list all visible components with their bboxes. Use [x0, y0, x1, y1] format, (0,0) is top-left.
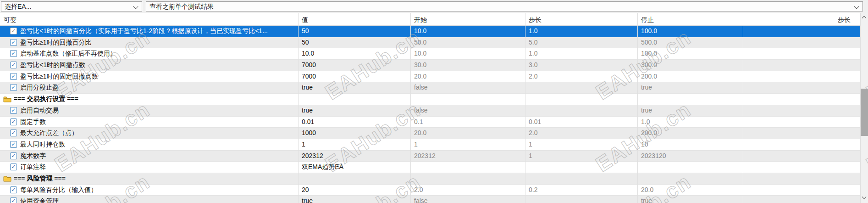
step-cell: 1	[529, 139, 532, 150]
row-checkbox[interactable]: ✓	[10, 28, 17, 34]
start-cell: 30.0	[414, 60, 426, 71]
start-cell: 0.1	[414, 117, 423, 128]
stop-cell: true	[641, 82, 652, 93]
step-cell: 1	[529, 151, 532, 162]
stop-cell: 500.0	[641, 37, 657, 48]
row-checkbox[interactable]: ✓	[10, 62, 17, 68]
start-cell: false	[414, 196, 428, 203]
row-checkbox[interactable]: ✓	[10, 130, 17, 136]
param-name: 盈亏比<1时的回撤点数	[20, 60, 85, 71]
param-name: 订单注释	[20, 162, 46, 173]
chevron-down-icon	[862, 195, 867, 199]
step-cell: 3.0	[529, 60, 537, 71]
table-row[interactable]: ✓最大允许点差（点）100020.02.0200.0	[0, 128, 861, 139]
column-header[interactable]: 开始	[414, 16, 427, 24]
row-checkbox[interactable]: ✓	[10, 118, 17, 125]
start-cell: 10.0	[414, 48, 426, 59]
stop-cell: true	[641, 196, 652, 203]
table-row[interactable]: ✓盈亏比<1时的回撤点数700030.03.0300.0	[0, 60, 861, 71]
start-cell: 10.0	[414, 26, 426, 37]
value-cell: 1000	[302, 128, 316, 139]
param-name: 魔术数字	[20, 151, 46, 162]
value-cell: true	[302, 196, 313, 203]
start-cell: 20.0	[414, 71, 426, 82]
view-previous-result-combobox[interactable]: 查看之前单个测试结果	[146, 1, 863, 11]
start-cell: 202312	[414, 151, 436, 162]
value-cell: 0.01	[302, 117, 314, 128]
row-checkbox[interactable]: ✓	[10, 186, 17, 193]
optimization-parameters-panel: 选择EA... 查看之前单个测试结果 可变值开始步长停止步长 ✓盈亏比<1时的回…	[0, 0, 868, 203]
row-checkbox[interactable]: ✓	[10, 107, 17, 114]
stop-cell: 100.0	[641, 26, 657, 37]
param-name: 最大同时持仓数	[20, 139, 65, 150]
stop-cell: 1.0	[641, 117, 650, 128]
start-cell: 50.0	[414, 37, 426, 48]
table-row[interactable]: ✓盈亏比≥1时的固定回撤点数700020.02.0200.0	[0, 71, 861, 83]
scroll-up-button[interactable]	[861, 14, 868, 22]
stop-cell: 200.0	[641, 71, 657, 82]
row-checkbox[interactable]: ✓	[10, 197, 17, 203]
table-row[interactable]: ✓启用自动交易truefalsetrue	[0, 105, 861, 117]
value-cell: 20	[302, 185, 309, 196]
scroll-down-button[interactable]	[861, 194, 868, 202]
step-cell: 1.0	[529, 48, 537, 59]
table-row[interactable]: ✓盈亏比≥1时的回撤百分比5050.05.0500.0	[0, 37, 861, 49]
start-cell: 1	[414, 139, 418, 150]
value-cell: true	[302, 82, 313, 93]
start-cell: 20.0	[414, 128, 426, 139]
vertical-scrollbar[interactable]	[861, 13, 868, 203]
column-header[interactable]: 可变	[4, 16, 17, 24]
table-row[interactable]: ✓启用分段止盈truefalsetrue	[0, 82, 861, 94]
stop-cell: 10	[641, 139, 648, 150]
table-row[interactable]: ✓盈亏比<1时的回撤百分比（实际用于盈亏比1-2阶段？根据原设计，当已实现盈亏比…	[0, 26, 861, 37]
scrollbar-thumb[interactable]	[861, 89, 868, 136]
value-cell: 10.0	[302, 48, 314, 59]
row-checkbox[interactable]: ✓	[10, 73, 17, 80]
step-cell: 5.0	[529, 37, 537, 48]
value-cell: 7000	[302, 60, 316, 71]
stop-cell: 20.0	[641, 185, 653, 196]
param-name: 盈亏比<1时的回撤百分比（实际用于盈亏比1-2阶段？根据原设计，当已实现盈亏比<…	[20, 26, 268, 37]
view-previous-result-label: 查看之前单个测试结果	[149, 3, 214, 10]
column-header[interactable]: 步长	[838, 16, 851, 24]
value-cell: 7000	[302, 71, 316, 82]
step-cell: 1.0	[529, 26, 537, 37]
row-checkbox[interactable]: ✓	[10, 141, 17, 148]
param-name: 最大允许点差（点）	[20, 128, 78, 139]
parameter-rows: ✓盈亏比<1时的回撤百分比（实际用于盈亏比1-2阶段？根据原设计，当已实现盈亏比…	[0, 26, 861, 203]
param-name: 启用分段止盈	[20, 82, 59, 93]
row-checkbox[interactable]: ✓	[10, 39, 17, 46]
value-cell: 1	[302, 139, 305, 150]
table-row[interactable]: ✓魔术数字20231220231212023120	[0, 151, 861, 162]
ea-selector-combobox[interactable]: 选择EA...	[1, 1, 142, 11]
chevron-down-icon	[854, 4, 859, 9]
start-cell: 2.0	[414, 185, 423, 196]
table-row[interactable]: ✓订单注释双EMA趋势EA	[0, 162, 861, 173]
value-cell: true	[302, 105, 313, 116]
group-label: === 风险管理 ===	[14, 173, 66, 184]
column-header[interactable]: 步长	[529, 16, 542, 24]
table-row[interactable]: ✓使用资金管理truefalsetrue	[0, 196, 861, 203]
table-row[interactable]: ✓最大同时持仓数11110	[0, 139, 861, 151]
column-header[interactable]: 值	[302, 16, 308, 24]
value-cell: 202312	[302, 151, 323, 162]
table-row[interactable]: ✓启动基准点数（修正后不再使用）10.010.01.0100.0	[0, 48, 861, 60]
ea-selector-value: 选择EA...	[5, 3, 31, 10]
table-header-row: 可变值开始步长停止步长	[0, 13, 861, 26]
chevron-up-icon	[862, 16, 867, 21]
start-cell: false	[414, 82, 428, 93]
stop-cell: 200.0	[641, 128, 657, 139]
row-checkbox[interactable]: ✓	[10, 50, 17, 57]
table-row[interactable]: ✓固定手数0.010.10.011.0	[0, 117, 861, 128]
param-name: 盈亏比≥1时的回撤百分比	[20, 37, 91, 48]
group-row[interactable]: === 交易执行设置 ===	[0, 94, 861, 105]
table-row[interactable]: ✓每单风险百分比（输入值）202.00.220.0	[0, 185, 861, 196]
stop-cell: true	[641, 105, 652, 116]
row-checkbox[interactable]: ✓	[10, 164, 17, 170]
group-row[interactable]: === 风险管理 ===	[0, 173, 861, 185]
column-header[interactable]: 停止	[641, 16, 654, 24]
param-name: 启动基准点数（修正后不再使用）	[20, 48, 116, 59]
folder-icon	[3, 175, 11, 182]
row-checkbox[interactable]: ✓	[10, 152, 17, 159]
row-checkbox[interactable]: ✓	[10, 84, 17, 91]
